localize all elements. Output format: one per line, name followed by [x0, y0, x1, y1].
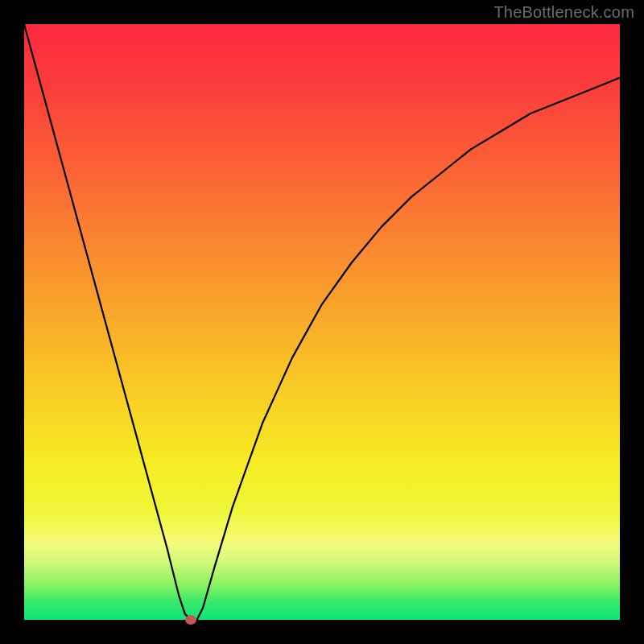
watermark-text: TheBottleneck.com [493, 3, 634, 22]
chart-stage: TheBottleneck.com [0, 0, 644, 644]
optimum-marker [185, 615, 196, 625]
bottleneck-curve [24, 24, 620, 620]
curve-layer [24, 24, 620, 620]
plot-area [24, 24, 620, 620]
